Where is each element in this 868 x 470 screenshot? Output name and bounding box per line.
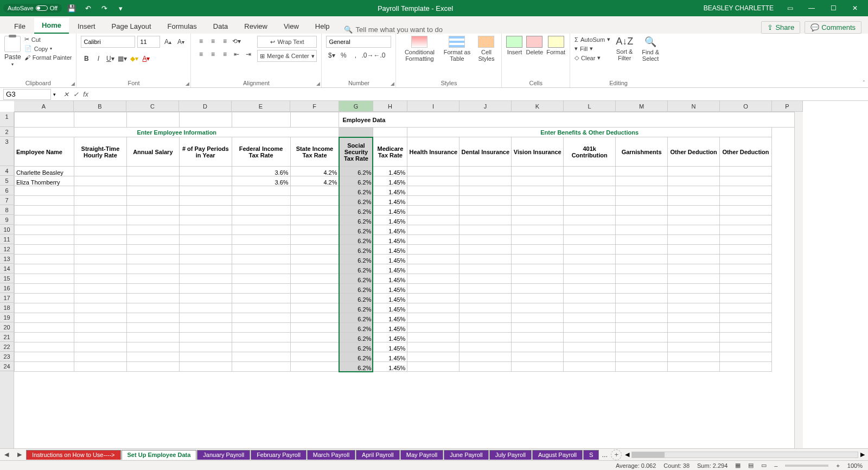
- cell[interactable]: 6.2%: [339, 264, 373, 274]
- cell[interactable]: [232, 284, 290, 294]
- cell[interactable]: 6.2%: [339, 352, 373, 362]
- cell[interactable]: 1.45%: [373, 167, 407, 176]
- cell[interactable]: [179, 235, 232, 245]
- cell[interactable]: [720, 352, 772, 362]
- cell[interactable]: [512, 196, 564, 206]
- header-O[interactable]: Other Deduction: [720, 137, 772, 167]
- cell[interactable]: [720, 215, 772, 225]
- save-icon[interactable]: 💾: [65, 2, 78, 15]
- cell[interactable]: [668, 294, 720, 303]
- cell[interactable]: 6.2%: [339, 284, 373, 294]
- cell[interactable]: [512, 167, 564, 176]
- cell[interactable]: [512, 313, 564, 323]
- cell[interactable]: [512, 333, 564, 342]
- cell[interactable]: [407, 225, 459, 235]
- sheet-tab[interactable]: August Payroll: [532, 450, 583, 460]
- cell[interactable]: 6.2%: [339, 323, 373, 333]
- sheet-tab[interactable]: January Payroll: [197, 450, 250, 460]
- vertical-scrollbar[interactable]: [794, 112, 803, 448]
- cell[interactable]: [616, 313, 668, 323]
- cell[interactable]: [720, 284, 772, 294]
- view-page-layout-icon[interactable]: ▤: [748, 462, 754, 469]
- col-header-K[interactable]: K: [512, 101, 564, 111]
- cell[interactable]: [564, 255, 616, 264]
- cell[interactable]: [668, 176, 720, 186]
- cell[interactable]: [564, 362, 616, 372]
- namebox-dropdown-icon[interactable]: ▾: [53, 92, 56, 97]
- cell[interactable]: [179, 323, 232, 333]
- sheet-tab[interactable]: May Payroll: [400, 450, 443, 460]
- decrease-decimal-icon[interactable]: ←.0: [374, 50, 385, 61]
- cell[interactable]: [126, 294, 179, 303]
- cell[interactable]: [564, 196, 616, 206]
- align-middle-icon[interactable]: ≡: [207, 36, 218, 47]
- cell[interactable]: 6.2%: [339, 255, 373, 264]
- cell[interactable]: [126, 176, 179, 186]
- cell[interactable]: [407, 196, 459, 206]
- cell[interactable]: [459, 323, 512, 333]
- cell[interactable]: [407, 362, 459, 372]
- cell[interactable]: 1.45%: [373, 333, 407, 342]
- cell[interactable]: [407, 235, 459, 245]
- cell[interactable]: [459, 196, 512, 206]
- cell[interactable]: [616, 206, 668, 215]
- row-header-22[interactable]: 22: [0, 342, 14, 352]
- name-box[interactable]: [3, 89, 51, 100]
- cell[interactable]: [74, 186, 126, 196]
- qat-dropdown-icon[interactable]: ▾: [114, 2, 127, 15]
- cell[interactable]: 6.2%: [339, 167, 373, 176]
- cell[interactable]: [512, 225, 564, 235]
- tab-nav-next-icon[interactable]: ▶: [15, 451, 24, 458]
- find-select-button[interactable]: 🔍Find & Select: [639, 36, 662, 79]
- cell[interactable]: [459, 245, 512, 255]
- cell[interactable]: [179, 215, 232, 225]
- cell[interactable]: [720, 235, 772, 245]
- cell[interactable]: 6.2%: [339, 333, 373, 342]
- cell[interactable]: [564, 225, 616, 235]
- cell[interactable]: [720, 196, 772, 206]
- row-header-9[interactable]: 9: [0, 215, 14, 225]
- comments-button[interactable]: 💬Comments: [805, 21, 861, 34]
- cell[interactable]: [668, 196, 720, 206]
- cell[interactable]: 6.2%: [339, 196, 373, 206]
- cell[interactable]: [564, 313, 616, 323]
- section1-header[interactable]: Enter Employee Information: [15, 128, 339, 137]
- cell[interactable]: [616, 225, 668, 235]
- cell[interactable]: [126, 255, 179, 264]
- maximize-icon[interactable]: ☐: [824, 0, 843, 16]
- cell[interactable]: [564, 284, 616, 294]
- cell[interactable]: [564, 215, 616, 225]
- cell[interactable]: [616, 167, 668, 176]
- tab-nav-prev-icon[interactable]: ◀: [2, 451, 11, 458]
- font-color-button[interactable]: A▾: [141, 53, 151, 64]
- cell[interactable]: [668, 352, 720, 362]
- cell[interactable]: [459, 176, 512, 186]
- cell[interactable]: 4.2%: [290, 176, 339, 186]
- cell[interactable]: [290, 186, 339, 196]
- row-header-2[interactable]: 2: [0, 127, 14, 137]
- cell[interactable]: [179, 362, 232, 372]
- cell[interactable]: [459, 352, 512, 362]
- header-B[interactable]: Straight-Time Hourly Rate: [74, 137, 126, 167]
- cell[interactable]: [720, 186, 772, 196]
- col-header-D[interactable]: D: [179, 101, 232, 111]
- cell[interactable]: [290, 274, 339, 284]
- percent-format-icon[interactable]: %: [338, 50, 349, 61]
- cell[interactable]: [74, 323, 126, 333]
- cell[interactable]: [290, 284, 339, 294]
- align-left-icon[interactable]: ≡: [195, 49, 206, 60]
- cell[interactable]: [459, 206, 512, 215]
- cell[interactable]: [15, 235, 74, 245]
- cancel-formula-icon[interactable]: ✕: [61, 91, 71, 98]
- cell[interactable]: [126, 167, 179, 176]
- cell[interactable]: [232, 196, 290, 206]
- header-L[interactable]: 401k Contribution: [564, 137, 616, 167]
- cell[interactable]: [459, 284, 512, 294]
- tab-formulas[interactable]: Formulas: [160, 19, 205, 34]
- cell[interactable]: [179, 313, 232, 323]
- cell[interactable]: [126, 225, 179, 235]
- cell[interactable]: 6.2%: [339, 294, 373, 303]
- cell[interactable]: [668, 284, 720, 294]
- tab-help[interactable]: Help: [308, 19, 337, 34]
- cell[interactable]: [668, 186, 720, 196]
